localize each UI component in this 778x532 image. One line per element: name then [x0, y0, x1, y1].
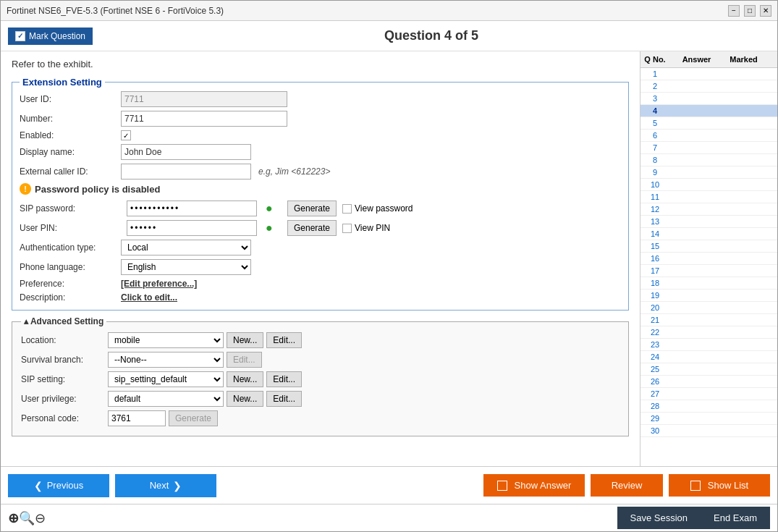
question-row-1[interactable]: 1 [640, 68, 777, 80]
location-new-button[interactable]: New... [227, 332, 263, 348]
previous-button[interactable]: ❮ Previous [8, 474, 109, 497]
location-select[interactable]: mobile [108, 332, 224, 348]
question-list-scroll[interactable]: 1 2 3 4 [640, 68, 777, 465]
question-row-10[interactable]: 10 [640, 179, 777, 191]
question-row-16[interactable]: 16 [640, 253, 777, 265]
survival-edit-button[interactable]: Edit... [227, 352, 262, 368]
bottom-navigation-bar: ❮ Previous Next ❯ Show Answer Review Sho… [1, 466, 777, 504]
main-area: Refer to the exhibit. Extension Setting … [1, 51, 777, 466]
sip-setting-row: SIP setting: sip_setting_default New... … [21, 371, 620, 387]
review-button[interactable]: Review [591, 474, 663, 497]
sip-password-input[interactable] [127, 200, 257, 216]
mark-question-button[interactable]: ✓ Mark Question [8, 28, 93, 45]
zoom-out-button[interactable]: ⊖ [35, 510, 46, 526]
description-row: Description: Click to edit... [20, 292, 621, 303]
end-exam-button[interactable]: End Exam [701, 507, 770, 529]
pin-generate-button[interactable]: Generate [287, 220, 337, 236]
caller-id-hint: e.g, Jim <612223> [258, 166, 330, 177]
ext-caller-id-row: External caller ID: e.g, Jim <612223> [20, 164, 621, 180]
question-row-8[interactable]: 8 [640, 154, 777, 166]
personal-code-generate[interactable]: Generate [169, 410, 218, 426]
number-input[interactable] [121, 111, 287, 127]
close-button[interactable]: ✕ [760, 5, 771, 17]
question-row-19[interactable]: 19 [640, 290, 777, 302]
question-row-25[interactable]: 25 [640, 363, 777, 376]
display-name-row: Display name: [20, 144, 621, 160]
show-list-button[interactable]: Show List [669, 474, 770, 497]
question-row-11[interactable]: 11 [640, 191, 777, 203]
view-password-checkbox[interactable] [342, 204, 352, 214]
question-row-21[interactable]: 21 [640, 314, 777, 326]
question-row-28[interactable]: 28 [640, 400, 777, 413]
question-row-15[interactable]: 15 [640, 240, 777, 253]
question-row-18[interactable]: 18 [640, 277, 777, 290]
auth-type-select[interactable]: Local [121, 240, 251, 256]
question-row-22[interactable]: 22 [640, 326, 777, 339]
mark-checkbox: ✓ [15, 31, 25, 41]
save-session-button[interactable]: Save Session [617, 507, 701, 529]
preference-link[interactable]: [Edit preference...] [121, 279, 197, 289]
view-pin-checkbox[interactable] [342, 224, 352, 233]
minimize-button[interactable]: − [728, 5, 740, 17]
user-id-label: User ID: [20, 94, 121, 104]
description-link[interactable]: Click to edit... [121, 292, 177, 303]
question-row-6[interactable]: 6 [640, 130, 777, 142]
question-row-17[interactable]: 17 [640, 265, 777, 277]
question-row-3[interactable]: 3 [640, 93, 777, 105]
user-privilege-edit-button[interactable]: Edit... [266, 391, 302, 407]
question-row-5[interactable]: 5 [640, 117, 777, 130]
display-name-input[interactable] [121, 144, 251, 160]
user-privilege-select[interactable]: default [108, 391, 224, 407]
user-privilege-new-button[interactable]: New... [227, 391, 263, 407]
phone-language-select[interactable]: English [121, 259, 251, 275]
enabled-row: Enabled: ✓ [20, 130, 621, 140]
question-row-30[interactable]: 30 [640, 425, 777, 437]
question-row-26[interactable]: 26 [640, 376, 777, 388]
content-area: Refer to the exhibit. Extension Setting … [1, 51, 640, 466]
zoom-reset-button[interactable]: 🔍 [19, 510, 35, 526]
user-pin-input[interactable] [127, 220, 257, 236]
survival-branch-select[interactable]: --None-- [108, 352, 224, 368]
sip-password-row: SIP password: ● Generate View password [20, 200, 621, 216]
sip-setting-label: SIP setting: [21, 374, 108, 384]
personal-code-input[interactable] [108, 410, 166, 426]
ext-caller-id-input[interactable] [121, 164, 251, 180]
question-row-24[interactable]: 24 [640, 351, 777, 363]
sip-setting-edit-button[interactable]: Edit... [266, 371, 302, 387]
question-row-27[interactable]: 27 [640, 388, 777, 400]
phone-language-row: Phone language: English [20, 259, 621, 275]
title-bar: Fortinet NSE6_FVE-5.3 (Fortinet NSE 6 - … [1, 1, 777, 21]
question-row-20[interactable]: 20 [640, 302, 777, 314]
number-label: Number: [20, 114, 121, 124]
question-row-13[interactable]: 13 [640, 216, 777, 228]
sip-setting-new-button[interactable]: New... [227, 371, 263, 387]
question-row-2[interactable]: 2 [640, 80, 777, 93]
advanced-setting-legend: ▴ Advanced Setting [21, 316, 106, 326]
question-row-9[interactable]: 9 [640, 166, 777, 179]
location-label: Location: [21, 335, 108, 345]
view-password-label: View password [342, 203, 413, 214]
sip-generate-button[interactable]: Generate [287, 200, 337, 216]
sip-setting-select[interactable]: sip_setting_default [108, 371, 224, 387]
survival-branch-label: Survival branch: [21, 355, 108, 365]
number-row: Number: [20, 111, 621, 127]
enabled-label: Enabled: [20, 130, 121, 140]
question-row-7[interactable]: 7 [640, 142, 777, 154]
user-id-input[interactable] [121, 91, 287, 107]
location-edit-button[interactable]: Edit... [266, 332, 302, 348]
question-row-12[interactable]: 12 [640, 203, 777, 216]
question-row-4[interactable]: 4 [640, 105, 777, 117]
description-label: Description: [20, 292, 121, 303]
restore-button[interactable]: □ [744, 5, 756, 17]
show-answer-button[interactable]: Show Answer [483, 474, 585, 497]
view-pin-label: View PIN [342, 223, 390, 233]
refer-text: Refer to the exhibit. [12, 59, 629, 69]
question-row-29[interactable]: 29 [640, 413, 777, 425]
zoom-in-button[interactable]: ⊕ [8, 510, 19, 526]
enabled-checkbox[interactable]: ✓ [121, 130, 131, 140]
next-button[interactable]: Next ❯ [115, 474, 216, 497]
question-row-23[interactable]: 23 [640, 339, 777, 351]
display-name-label: Display name: [20, 147, 121, 157]
question-row-14[interactable]: 14 [640, 228, 777, 240]
personal-code-label: Personal code: [21, 413, 108, 423]
